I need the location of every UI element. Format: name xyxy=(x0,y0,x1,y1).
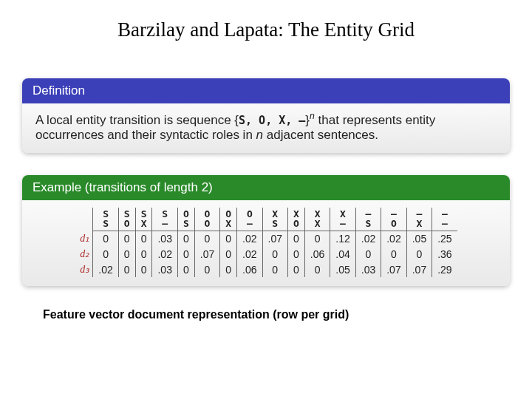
cell: 0 xyxy=(177,246,194,262)
cell: .05 xyxy=(406,231,432,246)
row-label: d₃ xyxy=(75,262,93,277)
cell: .02 xyxy=(355,231,381,246)
example-body: SSSOSXS–OSOOOXO–XSXOXXX––S–O–X–– d₁000.0… xyxy=(22,200,510,287)
definition-exponent: n xyxy=(310,111,315,121)
row-label: d₁ xyxy=(75,231,93,246)
cell: .06 xyxy=(304,246,330,262)
col-header: OS xyxy=(177,208,194,231)
definition-text-pre: A local entity transition is sequence xyxy=(35,113,234,127)
col-header: SX xyxy=(135,208,152,231)
cell: 0 xyxy=(355,246,381,262)
cell: 0 xyxy=(194,231,219,246)
cell: 0 xyxy=(135,231,152,246)
col-header: S– xyxy=(152,208,177,231)
definition-symbols: S, O, X, – xyxy=(239,114,305,127)
cell: 0 xyxy=(304,262,330,277)
cell: 0 xyxy=(288,246,305,262)
col-header: X– xyxy=(330,208,355,231)
example-header: Example (transitions of length 2) xyxy=(22,175,510,200)
col-header: XS xyxy=(262,208,287,231)
cell: .04 xyxy=(330,246,355,262)
cell: 0 xyxy=(220,262,237,277)
cell: .06 xyxy=(237,262,262,277)
definition-panel: Definition A local entity transition is … xyxy=(22,78,510,153)
col-header: –O xyxy=(381,208,406,231)
cell: 0 xyxy=(220,246,237,262)
col-header: XX xyxy=(304,208,330,231)
cell: 0 xyxy=(93,246,118,262)
col-header: –X xyxy=(406,208,432,231)
definition-header: Definition xyxy=(22,78,510,103)
cell: 0 xyxy=(288,231,305,246)
cell: 0 xyxy=(220,231,237,246)
col-header: –S xyxy=(355,208,381,231)
cell: .07 xyxy=(262,231,287,246)
cell: .07 xyxy=(194,246,219,262)
cell: .02 xyxy=(381,231,406,246)
col-header: SS xyxy=(93,208,118,231)
cell: .07 xyxy=(406,262,432,277)
cell: .03 xyxy=(355,262,381,277)
cell: 0 xyxy=(406,246,432,262)
cell: 0 xyxy=(288,262,305,277)
cell: .02 xyxy=(237,231,262,246)
cell: 0 xyxy=(381,246,406,262)
col-header: OX xyxy=(220,208,237,231)
table-row: d₁000.03000.02.0700.12.02.02.05.25 xyxy=(75,231,457,246)
example-panel: Example (transitions of length 2) SSSOSX… xyxy=(22,175,510,287)
cell: .29 xyxy=(432,262,457,277)
entity-grid-table: SSSOSXS–OSOOOXO–XSXOXXX––S–O–X–– d₁000.0… xyxy=(75,208,457,278)
cell: 0 xyxy=(262,246,287,262)
col-header: –– xyxy=(432,208,457,231)
row-label: d₂ xyxy=(75,246,93,262)
definition-n: n xyxy=(256,128,263,142)
footer-caption: Feature vector document representation (… xyxy=(43,308,502,321)
cell: .02 xyxy=(237,246,262,262)
page-title: Barzilay and Lapata: The Entity Grid xyxy=(0,18,532,41)
cell: 0 xyxy=(118,231,135,246)
cell: .12 xyxy=(330,231,355,246)
cell: .07 xyxy=(381,262,406,277)
col-header: OO xyxy=(194,208,219,231)
cell: 0 xyxy=(194,262,219,277)
table-row: d₃.0200.03000.06000.05.03.07.07.29 xyxy=(75,262,457,277)
cell: 0 xyxy=(262,262,287,277)
cell: .25 xyxy=(432,231,457,246)
cell: 0 xyxy=(135,262,152,277)
col-header: O– xyxy=(237,208,262,231)
definition-body: A local entity transition is sequence {S… xyxy=(22,103,510,153)
cell: 0 xyxy=(135,246,152,262)
cell: .03 xyxy=(152,262,177,277)
cell: .05 xyxy=(330,262,355,277)
cell: 0 xyxy=(304,231,330,246)
cell: 0 xyxy=(118,262,135,277)
cell: 0 xyxy=(177,231,194,246)
cell: .03 xyxy=(152,231,177,246)
table-row: d₂000.020.070.0200.06.04000.36 xyxy=(75,246,457,262)
cell: .02 xyxy=(152,246,177,262)
cell: .36 xyxy=(432,246,457,262)
col-header: XO xyxy=(288,208,305,231)
cell: 0 xyxy=(177,262,194,277)
cell: 0 xyxy=(118,246,135,262)
cell: .02 xyxy=(93,262,118,277)
definition-text-post: adjacent sentences. xyxy=(263,128,378,142)
col-header: SO xyxy=(118,208,135,231)
cell: 0 xyxy=(93,231,118,246)
